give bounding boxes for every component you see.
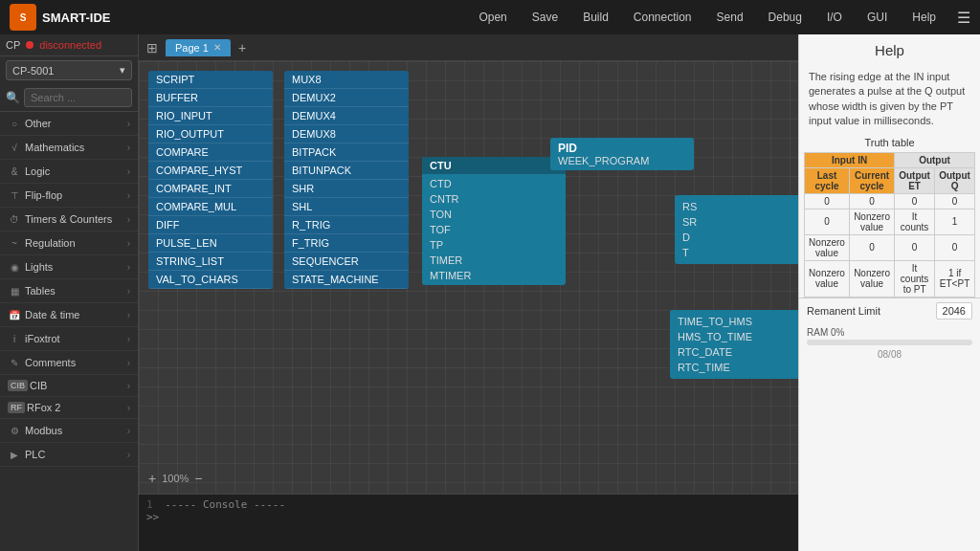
block-val-to-chars[interactable]: VAL_TO_CHARS: [148, 271, 273, 289]
sidebar-item-comments[interactable]: ✎ Comments ›: [0, 351, 138, 375]
nav-connection[interactable]: Connection: [630, 7, 696, 28]
status-indicator: [26, 41, 33, 49]
nav-gui[interactable]: GUI: [863, 7, 891, 28]
pid-block[interactable]: PID WEEK_PROGRAM: [550, 138, 694, 170]
add-tab-icon[interactable]: +: [238, 40, 246, 55]
port-time-to-hms: TIME_TO_HMS: [670, 314, 798, 329]
sidebar-item-modbus[interactable]: ⚙ Modbus ›: [0, 419, 138, 443]
console-prompt: >>: [146, 511, 791, 523]
chevron-icon: ›: [127, 238, 130, 249]
tabs-bar: ⊞ Page 1 ✕ +: [139, 34, 798, 61]
sidebar-item-mathematics[interactable]: √ Mathematics ›: [0, 136, 138, 160]
timers-icon: ⏱: [8, 212, 21, 226]
nav-io[interactable]: I/O: [823, 7, 846, 28]
block-r-trig[interactable]: R_TRIG: [284, 216, 409, 234]
block-list-2: MUX8 DEMUX2 DEMUX4 DEMUX8 BITPACK BITUNP…: [284, 71, 409, 289]
block-f-trig[interactable]: F_TRIG: [284, 234, 409, 253]
port-cntr: CNTR: [422, 191, 566, 207]
mathematics-icon: √: [8, 141, 21, 154]
chevron-icon: ›: [127, 119, 130, 129]
nav-help[interactable]: Help: [908, 7, 940, 28]
block-compare[interactable]: COMPARE: [148, 143, 273, 162]
block-diff[interactable]: DIFF: [148, 216, 273, 234]
logo-icon: S: [10, 4, 36, 31]
grid-icon[interactable]: ⊞: [146, 40, 158, 55]
block-rio-input[interactable]: RIO_INPUT: [148, 107, 273, 125]
port-tp: TP: [422, 237, 566, 253]
block-script[interactable]: SCRIPT: [148, 71, 273, 89]
sidebar-item-flipflop[interactable]: ⊤ Flip-flop ›: [0, 184, 138, 208]
nav-open[interactable]: Open: [475, 7, 510, 28]
sidebar-label-tables: Tables: [25, 285, 127, 297]
block-rio-output[interactable]: RIO_OUTPUT: [148, 125, 273, 143]
nav-send[interactable]: Send: [713, 7, 747, 28]
block-string-list[interactable]: STRING_LIST: [148, 253, 273, 271]
block-compare-int[interactable]: COMPARE_INT: [148, 180, 273, 198]
sidebar-item-plc[interactable]: ▶ PLC ›: [0, 443, 138, 467]
cell-r2c1: 0: [805, 209, 850, 234]
sidebar-item-tables[interactable]: ▦ Tables ›: [0, 279, 138, 303]
sidebar-item-regulation[interactable]: ~ Regulation ›: [0, 231, 138, 255]
sidebar-item-cib[interactable]: CIB CIB ›: [0, 375, 138, 397]
cell-r3c2: 0: [850, 234, 895, 260]
sidebar-item-timers[interactable]: ⏱ Timers & Counters ›: [0, 208, 138, 231]
dropdown-value: CP-5001: [12, 65, 54, 77]
block-bitpack[interactable]: BITPACK: [284, 143, 409, 162]
sidebar-item-datetime[interactable]: 📅 Date & time ›: [0, 303, 138, 327]
sidebar-label-datetime: Date & time: [25, 309, 127, 320]
block-state-machine[interactable]: STATE_MACHINE: [284, 271, 409, 289]
hamburger-icon[interactable]: ☰: [957, 9, 970, 27]
cell-r4c3: It counts to PT: [895, 260, 935, 297]
canvas[interactable]: SCRIPT BUFFER RIO_INPUT RIO_OUTPUT COMPA…: [139, 61, 798, 494]
remanent-row: Remanent Limit 2046: [799, 298, 980, 323]
block-demux8[interactable]: DEMUX8: [284, 125, 409, 143]
block-buffer[interactable]: BUFFER: [148, 89, 273, 107]
chevron-icon: ›: [127, 403, 130, 413]
chevron-icon: ›: [127, 143, 130, 153]
zoom-level: 100%: [162, 473, 189, 484]
block-sequencer[interactable]: SEQUENCER: [284, 253, 409, 271]
sidebar-label-timers: Timers & Counters: [25, 213, 127, 225]
sidebar-label-lights: Lights: [25, 261, 127, 273]
cp-label: CP: [6, 39, 20, 51]
chevron-icon: ›: [127, 450, 130, 460]
nav-debug[interactable]: Debug: [765, 7, 806, 28]
time-block[interactable]: TIME_TO_HMS HMS_TO_TIME RTC_DATE RTC_TIM…: [670, 310, 798, 379]
zoom-plus-button[interactable]: +: [148, 471, 156, 486]
comments-icon: ✎: [8, 356, 21, 369]
nav-build[interactable]: Build: [579, 7, 612, 28]
right-help-panel: Help The rising edge at the IN input gen…: [798, 34, 980, 551]
block-demux4[interactable]: DEMUX4: [284, 107, 409, 125]
block-pulse-len[interactable]: PULSE_LEN: [148, 234, 273, 253]
sidebar-item-ifoxtrot[interactable]: i iFoxtrot ›: [0, 327, 138, 351]
chevron-icon: ›: [127, 334, 130, 344]
sidebar-item-other[interactable]: ○ Other ›: [0, 112, 138, 136]
ram-label: RAM 0%: [807, 327, 972, 338]
chevron-icon: ›: [127, 358, 130, 368]
chevron-icon: ›: [127, 381, 130, 391]
block-mux8[interactable]: MUX8: [284, 71, 409, 89]
search-input[interactable]: [24, 88, 132, 107]
sidebar-label-mathematics: Mathematics: [25, 142, 127, 153]
block-compare-mul[interactable]: COMPARE_MUL: [148, 198, 273, 216]
main-layout: CP disconnected CP-5001 ▾ 🔍 ○ Other › √ …: [0, 34, 980, 551]
rs-block[interactable]: RS SR D T: [675, 195, 798, 264]
close-tab-icon[interactable]: ✕: [213, 42, 221, 53]
block-demux2[interactable]: DEMUX2: [284, 89, 409, 107]
cell-r1c2: 0: [850, 193, 895, 209]
block-shl[interactable]: SHL: [284, 198, 409, 216]
sidebar-label-other: Other: [25, 118, 127, 129]
device-dropdown[interactable]: CP-5001 ▾: [6, 60, 132, 80]
tab-page1[interactable]: Page 1 ✕: [166, 39, 231, 56]
sidebar-item-logic[interactable]: & Logic ›: [0, 160, 138, 184]
cell-r4c2: Nonzero value: [850, 260, 895, 297]
sidebar-item-lights[interactable]: ◉ Lights ›: [0, 255, 138, 279]
ctu-block[interactable]: CTU CTD CNTR TON TOF TP TIMER MTIMER: [422, 157, 566, 285]
zoom-minus-button[interactable]: −: [194, 471, 202, 486]
block-shr[interactable]: SHR: [284, 180, 409, 198]
nav-save[interactable]: Save: [528, 7, 562, 28]
block-bitunpack[interactable]: BITUNPACK: [284, 162, 409, 180]
block-compare-hyst[interactable]: COMPARE_HYST: [148, 162, 273, 180]
sidebar-item-rfox[interactable]: RF RFox 2 ›: [0, 397, 138, 419]
port-timer: TIMER: [422, 253, 566, 268]
